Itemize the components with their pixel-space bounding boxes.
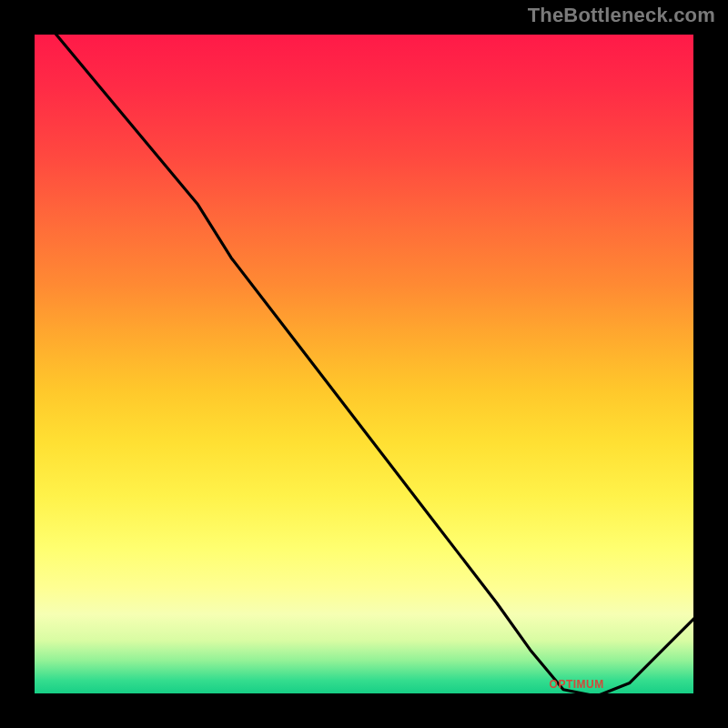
optimum-label: OPTIMUM	[550, 678, 604, 691]
gradient-fill	[35, 35, 693, 693]
watermark-text: TheBottleneck.com	[528, 4, 715, 27]
plot-area: OPTIMUM	[32, 32, 696, 696]
chart-stage: TheBottleneck.com OPTIMUM	[0, 0, 728, 728]
